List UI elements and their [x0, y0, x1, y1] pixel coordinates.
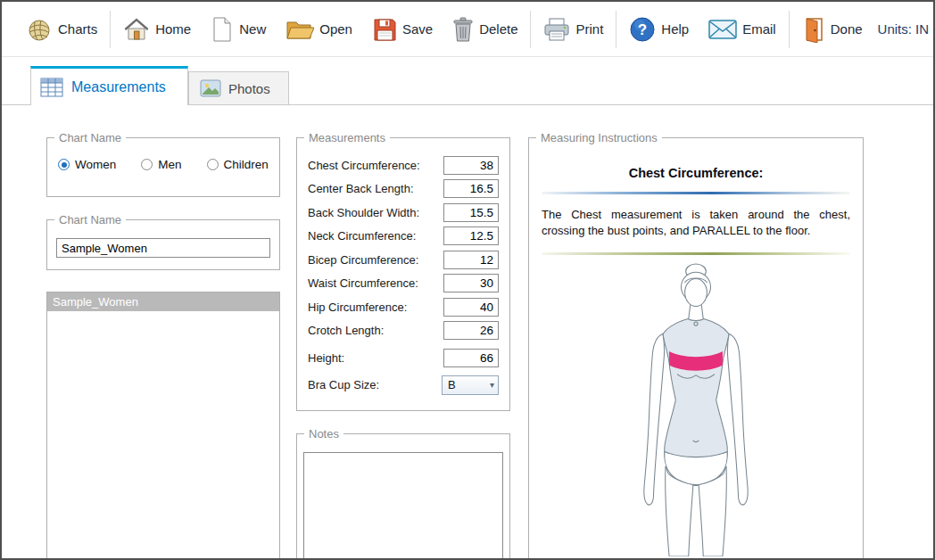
toolbar-label-done: Done [831, 21, 863, 37]
back-shoulder-width-input[interactable] [443, 203, 499, 222]
chart-listbox: Sample_Women [46, 292, 280, 560]
measurements-groupbox: Measurements Chest Circumference: Center… [296, 131, 510, 411]
measurement-row: Crotch Length: [308, 319, 499, 343]
measurement-row: Chest Circumference: [308, 153, 499, 177]
radio-children[interactable]: Children [207, 158, 269, 171]
toolbar-button-home[interactable]: Home [113, 7, 201, 52]
measurement-label: Back Shoulder Width: [308, 206, 419, 219]
charts-icon [26, 16, 53, 43]
toolbar-label-new: New [239, 21, 266, 37]
measurement-label: Crotch Length: [308, 324, 384, 337]
chart-type-radio-group: Women Men Children [47, 144, 279, 171]
measurement-row: Bra Cup Size: B ▾ [308, 374, 499, 398]
measurement-row: Neck Circumference: [308, 225, 499, 249]
toolbar-label-charts: Charts [58, 21, 97, 37]
measurement-label: Neck Circumference: [308, 229, 416, 243]
toolbar-separator [530, 11, 531, 48]
measuring-instructions-legend: Measuring Instructions [536, 131, 662, 144]
height-input[interactable] [443, 349, 499, 367]
tab-measurements-label: Measurements [71, 79, 166, 95]
measurement-row: Back Shoulder Width: [308, 201, 499, 225]
toolbar-button-done[interactable]: Done [792, 7, 873, 52]
notes-textarea[interactable] [303, 452, 503, 560]
tab-photos[interactable]: Photos [188, 71, 289, 104]
toolbar-button-help[interactable]: ? Help [619, 7, 699, 52]
measurement-label: Hip Circumference: [308, 301, 407, 314]
toolbar: Charts Home New Open [2, 2, 933, 57]
units-indicator: Units: IN [873, 21, 935, 37]
chest-circumference-input[interactable] [443, 156, 499, 175]
measurement-label: Bicep Circumference: [308, 253, 418, 267]
printer-icon [543, 17, 570, 42]
toolbar-label-home: Home [155, 21, 191, 37]
measurement-label: Center Back Length: [308, 182, 414, 195]
toolbar-separator [616, 11, 616, 48]
waist-circumference-input[interactable] [443, 274, 499, 292]
female-figure-diagram [602, 262, 790, 556]
tab-measurements[interactable]: Measurements [30, 66, 188, 105]
toolbar-separator [789, 11, 790, 48]
instruction-body: The Chest measurement is taken around th… [542, 207, 850, 239]
grid-table-icon [40, 78, 63, 97]
photo-icon [200, 79, 221, 97]
list-item[interactable]: Sample_Women [47, 292, 279, 311]
radio-selected-icon [58, 159, 70, 170]
notes-groupbox: Notes [296, 427, 510, 560]
toolbar-label-email: Email [742, 21, 776, 37]
radio-men[interactable]: Men [141, 158, 181, 171]
tab-photos-label: Photos [228, 81, 270, 96]
toolbar-label-help: Help [661, 21, 689, 37]
neck-circumference-input[interactable] [443, 226, 499, 245]
radio-unselected-icon [141, 159, 153, 170]
measurement-row: Height: [308, 346, 499, 370]
toolbar-button-new[interactable]: New [201, 7, 276, 52]
chart-name-legend: Chart Name [54, 213, 126, 226]
radio-women-label: Women [75, 158, 116, 171]
measuring-instructions-groupbox: Measuring Instructions Chest Circumferen… [528, 131, 864, 560]
notes-legend: Notes [304, 427, 343, 441]
toolbar-button-email[interactable]: Email [699, 7, 786, 52]
chart-type-legend: Chart Name [54, 131, 126, 144]
radio-children-label: Children [224, 158, 269, 171]
exit-door-icon [802, 16, 825, 43]
measurement-row: Hip Circumference: [308, 295, 499, 319]
measurement-label: Height: [308, 351, 344, 365]
toolbar-button-save[interactable]: Save [362, 7, 443, 52]
trash-icon [452, 16, 474, 43]
chart-name-input[interactable] [56, 238, 270, 258]
radio-men-label: Men [158, 158, 181, 171]
bra-cup-size-select[interactable]: B ▾ [442, 375, 499, 395]
toolbar-label-delete: Delete [479, 21, 517, 37]
measurement-row: Bicep Circumference: [308, 248, 499, 272]
toolbar-label-print: Print [575, 21, 603, 37]
measurements-legend: Measurements [304, 131, 390, 144]
crotch-length-input[interactable] [443, 321, 499, 340]
measurement-row: Center Back Length: [308, 177, 499, 202]
new-document-icon [211, 16, 234, 43]
measurement-label: Bra Cup Size: [308, 378, 379, 391]
radio-women[interactable]: Women [58, 158, 116, 171]
toolbar-label-open: Open [319, 21, 352, 37]
hip-circumference-input[interactable] [443, 298, 499, 317]
center-back-length-input[interactable] [443, 179, 499, 198]
instruction-title: Chest Circumference: [529, 166, 863, 180]
svg-text:?: ? [638, 21, 647, 38]
toolbar-button-charts[interactable]: Charts [16, 7, 107, 52]
measurement-row: Waist Circumference: [308, 272, 499, 296]
green-gradient-rule [542, 252, 850, 255]
measurements-form: Chest Circumference: Center Back Length:… [297, 144, 509, 397]
chart-type-groupbox: Chart Name Women Men Children [46, 131, 280, 197]
toolbar-button-print[interactable]: Print [534, 7, 613, 52]
save-floppy-icon [372, 17, 397, 42]
toolbar-separator [110, 11, 111, 48]
chart-name-groupbox: Chart Name [46, 213, 280, 270]
toolbar-button-delete[interactable]: Delete [443, 7, 527, 52]
toolbar-label-save: Save [402, 21, 433, 37]
bicep-circumference-input[interactable] [443, 251, 499, 269]
home-icon [123, 16, 150, 43]
open-folder-icon [285, 17, 314, 42]
bra-cup-size-value: B [448, 378, 456, 391]
toolbar-button-open[interactable]: Open [276, 7, 362, 52]
chevron-down-icon: ▾ [490, 380, 494, 390]
radio-unselected-icon [207, 159, 219, 170]
